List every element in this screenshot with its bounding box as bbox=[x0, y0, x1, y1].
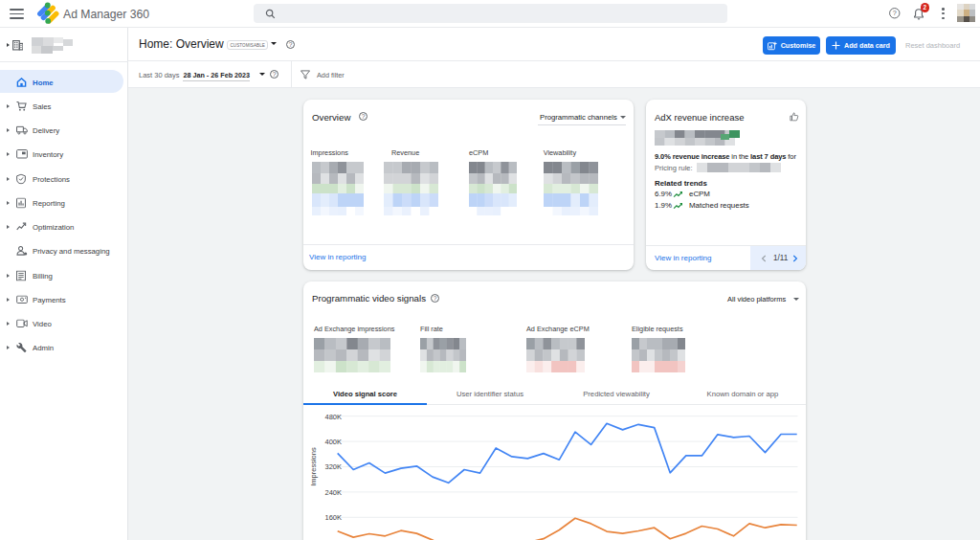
svg-text:320K: 320K bbox=[324, 462, 342, 471]
svg-text:160K: 160K bbox=[324, 513, 342, 522]
svg-text:?: ? bbox=[893, 10, 897, 17]
svg-text:240K: 240K bbox=[324, 488, 342, 497]
svg-text:480K: 480K bbox=[324, 413, 342, 421]
svg-text:Impressions: Impressions bbox=[309, 447, 318, 486]
svg-text:400K: 400K bbox=[324, 438, 342, 446]
